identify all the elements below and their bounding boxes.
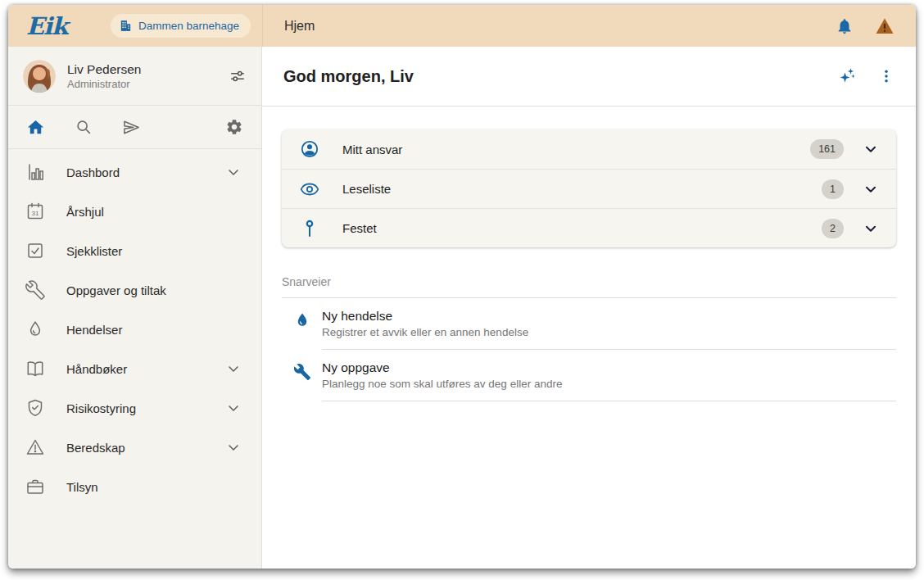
tune-filters-button[interactable] xyxy=(229,67,247,85)
main-header-actions xyxy=(837,66,895,86)
sidebar-quick-actions xyxy=(8,106,261,148)
main-area: God morgen, Liv xyxy=(262,47,916,569)
checkbox-icon xyxy=(25,241,45,261)
org-badge-label: Dammen barnehage xyxy=(138,20,239,32)
shortcut-title: Ny hendelse xyxy=(322,308,896,324)
home-button[interactable] xyxy=(26,118,45,137)
eye-icon xyxy=(300,179,319,199)
kebab-menu-icon xyxy=(878,68,895,84)
shield-check-icon xyxy=(25,398,45,418)
warning-triangle-icon xyxy=(25,437,45,457)
pin-icon xyxy=(300,219,319,238)
settings-button[interactable] xyxy=(225,118,243,136)
sidebar-item-label: Tilsyn xyxy=(66,480,98,494)
app-logo[interactable]: Eik xyxy=(26,12,67,40)
calendar-day-label: 31 xyxy=(32,210,39,217)
main-content: Mitt ansvar 161 Leseliste xyxy=(262,106,916,569)
sidebar-item-label: Risikostyring xyxy=(66,401,136,415)
chevron-down-icon[interactable] xyxy=(862,220,880,238)
accordion-card: Mitt ansvar 161 Leseliste xyxy=(282,129,896,247)
bell-icon xyxy=(836,17,854,35)
alerts-warning-button[interactable] xyxy=(875,16,895,36)
sidebar-item-label: Årshjul xyxy=(66,205,104,219)
sidebar-item-label: Håndbøker xyxy=(66,362,127,376)
sidebar-item-arshjul[interactable]: 31 Årshjul xyxy=(8,192,261,231)
shortcut-title: Ny oppgave xyxy=(322,360,896,376)
page-title: Hjem xyxy=(284,19,315,34)
send-icon xyxy=(122,118,141,137)
shortcut-body: Ny oppgave Planlegg noe som skal utføres… xyxy=(322,350,896,401)
accordion-label: Mitt ansvar xyxy=(342,143,402,156)
count-badge: 1 xyxy=(822,179,844,199)
bar-chart-icon xyxy=(25,162,45,182)
sidebar-item-tilsyn[interactable]: Tilsyn xyxy=(8,467,261,506)
sidebar-nav: Dashbord 31 Årshjul Sjekklister xyxy=(8,149,261,506)
topbar: Eik Dammen barnehage Hjem xyxy=(8,5,916,47)
wrench-icon xyxy=(25,280,45,300)
chevron-down-icon xyxy=(225,439,242,455)
sidebar-item-label: Beredskap xyxy=(66,441,125,455)
sidebar-item-sjekklister[interactable]: Sjekklister xyxy=(8,231,261,270)
book-icon xyxy=(25,359,45,378)
chevron-down-icon xyxy=(225,400,242,416)
wrench-icon xyxy=(282,350,322,401)
accordion-label: Leseliste xyxy=(342,182,391,196)
shortcut-body: Ny hendelse Registrer et avvik eller en … xyxy=(322,298,896,350)
sidebar-item-label: Dashbord xyxy=(66,165,120,179)
ai-assistant-button[interactable] xyxy=(837,66,857,86)
tune-icon xyxy=(229,67,247,85)
main-header: God morgen, Liv xyxy=(262,47,916,106)
sidebar-item-label: Hendelser xyxy=(66,323,122,337)
sidebar-item-label: Oppgaver og tiltak xyxy=(66,283,166,297)
sidebar-item-oppgaver[interactable]: Oppgaver og tiltak xyxy=(8,270,261,310)
sidebar-item-label: Sjekklister xyxy=(66,244,122,258)
shortcuts-section: Snarveier Ny hendelse Registrer et avvik… xyxy=(282,275,896,401)
accordion-label: Festet xyxy=(342,221,377,235)
search-button[interactable] xyxy=(75,118,93,136)
droplet-icon xyxy=(25,319,45,339)
sidebar-item-risikostyring[interactable]: Risikostyring xyxy=(8,388,261,428)
home-icon xyxy=(26,118,45,137)
user-role: Administrator xyxy=(67,78,141,91)
building-icon xyxy=(119,19,133,33)
send-button[interactable] xyxy=(122,118,141,137)
accordion-festet[interactable]: Festet 2 xyxy=(282,208,896,247)
chevron-down-icon[interactable] xyxy=(862,140,880,158)
warning-triangle-icon xyxy=(875,16,895,36)
sidebar-item-dashbord[interactable]: Dashbord xyxy=(8,152,261,192)
app-window: Eik Dammen barnehage Hjem xyxy=(8,5,916,569)
user-profile[interactable]: Liv Pedersen Administrator xyxy=(8,47,261,105)
chevron-down-icon xyxy=(225,360,242,377)
sidebar-item-beredskap[interactable]: Beredskap xyxy=(8,428,261,467)
topbar-left: Eik Dammen barnehage xyxy=(8,5,262,47)
user-meta: Liv Pedersen Administrator xyxy=(67,61,141,91)
avatar xyxy=(23,60,56,93)
sparkles-icon xyxy=(837,66,857,86)
accordion-leseliste[interactable]: Leseliste 1 xyxy=(282,169,896,208)
topbar-actions xyxy=(836,16,895,36)
account-circle-icon xyxy=(300,139,319,159)
shortcuts-heading: Snarveier xyxy=(282,275,896,297)
accordion-mitt-ansvar[interactable]: Mitt ansvar 161 xyxy=(282,129,896,169)
sidebar-item-hendelser[interactable]: Hendelser xyxy=(8,310,261,349)
more-options-button[interactable] xyxy=(878,68,895,84)
droplet-icon xyxy=(282,298,322,350)
shortcut-description: Planlegg noe som skal utføres av deg ell… xyxy=(322,378,896,390)
org-selector-button[interactable]: Dammen barnehage xyxy=(111,14,251,38)
chevron-down-icon xyxy=(225,164,242,180)
search-icon xyxy=(75,118,93,136)
shortcut-ny-oppgave[interactable]: Ny oppgave Planlegg noe som skal utføres… xyxy=(282,350,896,401)
app-body: Liv Pedersen Administrator xyxy=(8,47,916,569)
gear-icon xyxy=(225,118,243,136)
greeting-title: God morgen, Liv xyxy=(283,67,414,86)
user-name: Liv Pedersen xyxy=(67,61,141,77)
briefcase-icon xyxy=(25,477,45,496)
topbar-separator xyxy=(262,5,263,47)
sidebar-item-handboker[interactable]: Håndbøker xyxy=(8,349,261,388)
shortcut-description: Registrer et avvik eller en annen hendel… xyxy=(322,326,896,338)
count-badge: 161 xyxy=(810,139,844,159)
notifications-bell-button[interactable] xyxy=(836,17,854,35)
sidebar: Liv Pedersen Administrator xyxy=(8,47,262,569)
shortcut-ny-hendelse[interactable]: Ny hendelse Registrer et avvik eller en … xyxy=(282,298,896,350)
chevron-down-icon[interactable] xyxy=(862,180,880,198)
